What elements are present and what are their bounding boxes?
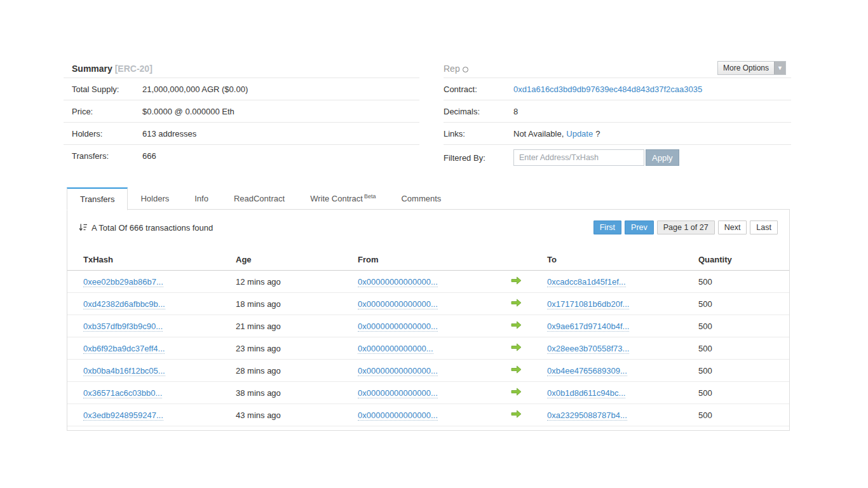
total-supply-row: Total Supply: 21,000,000,000 AGR ($0.00): [64, 78, 419, 100]
decimals-label: Decimals:: [444, 107, 513, 116]
table-row: 0xb357dfb9f3b9c90... 21 mins ago 0x00000…: [67, 315, 790, 337]
next-page-button[interactable]: Next: [718, 220, 747, 234]
age-cell: 23 mins ago: [236, 337, 358, 360]
table-row: 0xb6f92ba9dc37eff4... 23 mins ago 0x0000…: [67, 337, 790, 360]
links-label: Links:: [444, 129, 513, 139]
rep-title: Rep: [444, 64, 460, 74]
from-address-link[interactable]: 0x00000000000000...: [358, 277, 438, 287]
summary-title: Summary: [72, 64, 112, 74]
total-supply-value: 21,000,000,000 AGR ($0.00): [142, 85, 248, 94]
from-address-link[interactable]: 0x00000000000000...: [358, 388, 438, 398]
age-cell: 43 mins ago: [236, 404, 358, 426]
txhash-link[interactable]: 0xee02bb29ab86b7...: [83, 277, 163, 287]
tab-transfers[interactable]: Transfers: [67, 187, 128, 210]
quantity-cell: 500: [698, 382, 790, 404]
address-txhash-input[interactable]: [513, 149, 644, 166]
profile-panel: Rep Contract: 0xd1a616cd3bd9db97639ec484…: [444, 60, 791, 170]
arrow-right-icon: [511, 410, 522, 420]
arrow-right-icon: [511, 365, 522, 376]
quantity-cell: 500: [698, 271, 790, 293]
sort-icon: [79, 223, 88, 232]
summary-panel: Summary [ERC-20] Total Supply: 21,000,00…: [64, 60, 419, 167]
page-indicator: Page 1 of 27: [657, 220, 715, 234]
to-address-link[interactable]: 0xb4ee4765689309...: [547, 366, 627, 376]
to-address-link[interactable]: 0x0b1d8d611c94bc...: [547, 388, 625, 398]
first-page-button[interactable]: First: [593, 220, 621, 234]
age-cell: 18 mins ago: [236, 293, 358, 315]
total-transactions-text: A Total Of 666 transactions found: [92, 223, 213, 233]
total-transactions-line: A Total Of 666 transactions found: [79, 223, 213, 233]
age-cell: 12 mins ago: [236, 271, 358, 293]
tab-write-contract[interactable]: Write ContractBeta: [297, 186, 388, 210]
table-row: 0x3edb9248959247... 43 mins ago 0x000000…: [67, 404, 790, 426]
beta-badge: Beta: [364, 193, 376, 200]
txhash-link[interactable]: 0x36571ac6c03bb0...: [83, 388, 162, 398]
from-address-link[interactable]: 0x00000000000000...: [358, 366, 438, 376]
table-row: 0xee02bb29ab86b7... 12 mins ago 0x000000…: [67, 271, 790, 293]
tab-read-contract[interactable]: ReadContract: [221, 188, 297, 210]
age-cell: 28 mins ago: [236, 360, 358, 382]
transfers-count-row: Transfers: 666: [64, 145, 419, 167]
table-row: 0x36571ac6c03bb0... 38 mins ago 0x000000…: [67, 382, 790, 404]
holders-row: Holders: 613 addresses: [64, 123, 419, 145]
total-supply-label: Total Supply:: [72, 85, 142, 94]
more-options-label: More Options: [718, 62, 774, 74]
to-address-link[interactable]: 0xcadcc8a1d45f1ef...: [547, 277, 626, 287]
apply-button[interactable]: Apply: [646, 149, 679, 166]
header-arrow-spacer: [511, 249, 547, 271]
age-cell: 21 mins ago: [236, 315, 358, 337]
chevron-down-icon: ▼: [774, 62, 785, 74]
arrow-right-icon: [511, 343, 522, 353]
age-cell: 38 mins ago: [236, 382, 358, 404]
header-from: From: [358, 249, 511, 271]
pagination: First Prev Page 1 of 27 Next Last: [593, 220, 778, 234]
txhash-link[interactable]: 0x3edb9248959247...: [83, 410, 163, 421]
header-age: Age: [236, 249, 358, 271]
transfers-table: TxHash Age From To Quantity 0xee02bb29ab…: [67, 249, 790, 426]
more-options-button[interactable]: More Options ▼: [717, 61, 786, 75]
quantity-cell: 500: [698, 360, 790, 382]
price-row: Price: $0.0000 @ 0.000000 Eth: [64, 100, 419, 123]
txhash-link[interactable]: 0xb0ba4b16f12bc05...: [83, 366, 165, 376]
contract-row: Contract: 0xd1a616cd3bd9db97639ec484d843…: [444, 78, 791, 100]
summary-header: Summary [ERC-20]: [64, 60, 419, 78]
from-address-link[interactable]: 0x00000000000000...: [358, 410, 438, 421]
links-value: Not Available,: [513, 129, 564, 139]
txhash-link[interactable]: 0xb357dfb9f3b9c90...: [83, 322, 163, 332]
to-address-link[interactable]: 0x17171081b6db20f...: [547, 299, 629, 309]
from-address-link[interactable]: 0x00000000000000...: [358, 322, 438, 332]
last-page-button[interactable]: Last: [750, 220, 778, 234]
rep-circle-icon: [463, 67, 468, 72]
transfers-toolbar: A Total Of 666 transactions found First …: [67, 210, 789, 235]
decimals-value: 8: [513, 107, 518, 116]
links-row: Links: Not Available, Update ?: [444, 123, 791, 145]
arrow-right-icon: [511, 321, 522, 331]
links-question: ?: [595, 129, 600, 139]
from-address-link[interactable]: 0x00000000000000...: [358, 299, 438, 309]
quantity-cell: 500: [698, 404, 790, 426]
header-to: To: [547, 249, 698, 271]
txhash-link[interactable]: 0xd42382d6afbbc9b...: [83, 299, 165, 309]
tab-bar: Transfers Holders Info ReadContract Writ…: [67, 186, 454, 210]
update-link[interactable]: Update: [566, 129, 593, 139]
quantity-cell: 500: [698, 337, 790, 360]
tab-comments[interactable]: Comments: [388, 188, 454, 210]
arrow-right-icon: [511, 299, 522, 309]
transfers-count-value: 666: [142, 151, 156, 161]
transfers-count-label: Transfers:: [72, 151, 142, 161]
table-row: 0xd42382d6afbbc9b... 18 mins ago 0x00000…: [67, 293, 790, 315]
to-address-link[interactable]: 0x28eee3b70558f73...: [547, 344, 629, 354]
filtered-by-label: Filtered By:: [444, 153, 513, 163]
from-address-link[interactable]: 0x0000000000000...: [358, 344, 433, 354]
price-value: $0.0000 @ 0.000000 Eth: [142, 107, 234, 116]
prev-page-button[interactable]: Prev: [625, 220, 654, 234]
to-address-link[interactable]: 0xa23295088787b4...: [547, 410, 627, 421]
arrow-right-icon: [511, 388, 522, 398]
txhash-link[interactable]: 0xb6f92ba9dc37eff4...: [83, 344, 165, 354]
to-address-link[interactable]: 0x9ae617d97140b4f...: [547, 322, 629, 332]
transfers-panel: A Total Of 666 transactions found First …: [67, 209, 790, 431]
table-row: 0xb0ba4b16f12bc05... 28 mins ago 0x00000…: [67, 360, 790, 382]
tab-info[interactable]: Info: [182, 188, 221, 210]
tab-holders[interactable]: Holders: [128, 188, 182, 210]
contract-address-link[interactable]: 0xd1a616cd3bd9db97639ec484d843d37f2caa30…: [513, 85, 702, 94]
